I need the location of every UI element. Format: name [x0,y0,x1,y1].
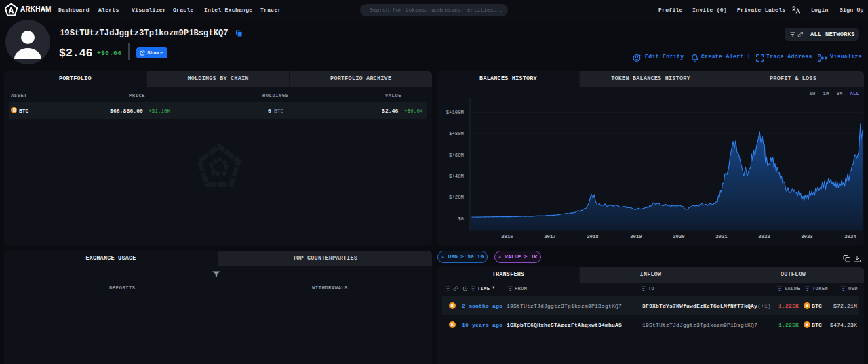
svg-text:2021: 2021 [715,234,728,239]
svg-text:$+60M: $+60M [449,153,464,158]
svg-text:2018: 2018 [587,234,599,239]
svg-text:$0: $0 [458,216,464,222]
svg-text:2017: 2017 [544,234,556,239]
svg-text:2020: 2020 [673,234,685,239]
svg-text:2022: 2022 [758,234,770,239]
svg-text:$+80M: $+80M [449,131,464,136]
svg-text:$+100M: $+100M [446,110,464,115]
svg-text:$+40M: $+40M [449,174,464,179]
svg-text:$+20M: $+20M [449,195,464,200]
svg-text:2016: 2016 [501,234,513,239]
svg-text:2019: 2019 [630,234,642,239]
svg-text:2023: 2023 [801,234,813,239]
svg-text:2024: 2024 [844,234,856,239]
